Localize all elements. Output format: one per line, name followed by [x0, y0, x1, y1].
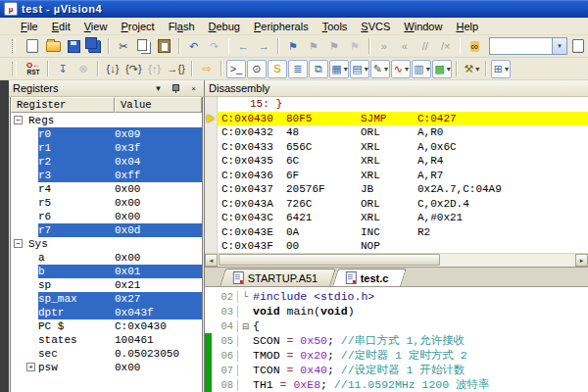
- panel-menu-button[interactable]: ▼: [151, 81, 166, 95]
- serial-windows-button[interactable]: ✎▾: [370, 60, 390, 78]
- unindent-button[interactable]: «: [395, 36, 415, 56]
- disassembly-line[interactable]: C:0x043248ORLA,R0: [205, 125, 588, 140]
- memory-windows-button[interactable]: ▤▾: [350, 60, 369, 78]
- collapse-toggle-icon[interactable]: −: [14, 116, 23, 124]
- menu-svcs[interactable]: SVCS: [354, 20, 397, 33]
- comment-button[interactable]: //: [416, 36, 435, 56]
- menu-edit[interactable]: Edit: [45, 20, 77, 33]
- prev-bookmark-button[interactable]: ⚑: [304, 36, 323, 56]
- title-bar[interactable]: µ test - µVision4: [0, 0, 588, 18]
- dropdown-arrow-icon[interactable]: ▾: [384, 65, 388, 74]
- line-number[interactable]: 05: [214, 335, 238, 347]
- dropdown-arrow-icon[interactable]: ▾: [475, 65, 479, 74]
- command-window-button[interactable]: >_: [226, 60, 246, 78]
- column-header-register[interactable]: Register: [11, 97, 115, 113]
- menu-debug[interactable]: Debug: [202, 20, 247, 33]
- run-to-line-button[interactable]: →{}: [166, 59, 187, 78]
- code-line[interactable]: 02└#include <stdio.h>: [205, 289, 588, 304]
- register-row-sp_max[interactable]: sp_max0x27: [11, 292, 202, 306]
- find-in-files-button[interactable]: ∞: [465, 36, 484, 56]
- run-button[interactable]: ↧: [53, 59, 73, 78]
- register-row-states[interactable]: states100461: [11, 333, 202, 347]
- analysis-windows-button[interactable]: ∿▾: [391, 60, 411, 78]
- code-line[interactable]: 08TH1 = 0xE8; //11.0592MHz 1200 波特率: [205, 377, 588, 392]
- register-row-b[interactable]: b0x01: [11, 265, 202, 278]
- cut-button[interactable]: ✂: [114, 36, 133, 56]
- window-layout-button[interactable]: ⊞▾: [491, 60, 511, 78]
- indent-button[interactable]: »: [374, 36, 394, 56]
- menu-peripherals[interactable]: Peripherals: [247, 20, 316, 33]
- system-viewer-button[interactable]: ⧉: [309, 60, 328, 78]
- tab-startup.a51[interactable]: STARTUP.A51: [220, 269, 335, 286]
- show-next-statement-button[interactable]: ⇨: [197, 59, 217, 78]
- disassembly-line[interactable]: C:0x043080F5SJMPC:0427: [205, 112, 588, 126]
- scroll-thumb[interactable]: [219, 254, 440, 266]
- register-row-dptr[interactable]: dptr0x043f: [11, 306, 202, 319]
- step-over-button[interactable]: {↷}: [123, 59, 144, 78]
- save-button[interactable]: [64, 36, 83, 56]
- code-line[interactable]: 05SCON = 0x50; //串口方式 1,允许接收: [205, 333, 588, 348]
- auto-hide-pin-button[interactable]: [169, 81, 183, 95]
- search-combobox[interactable]: ▾: [489, 37, 567, 55]
- line-number[interactable]: 07: [214, 365, 238, 376]
- dropdown-arrow-icon[interactable]: ▾: [447, 65, 451, 74]
- step-into-button[interactable]: {↓}: [103, 59, 122, 78]
- step-out-button[interactable]: {↑}: [145, 59, 165, 78]
- registers-window-button[interactable]: ≣: [288, 60, 308, 78]
- disassembly-hscrollbar[interactable]: ◂ ▸: [205, 253, 588, 267]
- menu-flash[interactable]: Flash: [162, 20, 202, 33]
- dropdown-arrow-icon[interactable]: ▾: [505, 65, 509, 74]
- trace-windows-button[interactable]: ▥▾: [412, 60, 431, 78]
- column-header-value[interactable]: Value: [115, 97, 202, 113]
- next-bookmark-button[interactable]: ⚑: [324, 36, 344, 56]
- menu-tools[interactable]: Tools: [316, 20, 355, 33]
- scroll-track[interactable]: [218, 254, 575, 267]
- disassembly-line[interactable]: C:0x04366FXRLA,R7: [205, 169, 588, 183]
- fold-marker-icon[interactable]: ⊟: [238, 321, 253, 331]
- line-number[interactable]: 02: [214, 291, 238, 303]
- register-row-r6[interactable]: r60x00: [11, 210, 202, 223]
- undo-button[interactable]: ↶: [184, 36, 204, 56]
- register-row-r7[interactable]: r70x0d: [11, 223, 202, 237]
- line-number[interactable]: 03: [214, 306, 238, 318]
- disassembly-window-button[interactable]: ⊙: [247, 60, 267, 78]
- register-group-regs[interactable]: −Regs: [11, 114, 202, 127]
- disassembly-line[interactable]: C:0x043A726CORLC,0x2D.4: [205, 197, 588, 212]
- halt-button[interactable]: ⊗: [74, 59, 93, 78]
- menu-project[interactable]: Project: [114, 20, 161, 33]
- menu-file[interactable]: File: [14, 20, 45, 33]
- dropdown-arrow-icon[interactable]: ▾: [365, 65, 368, 74]
- system-analyzer-button[interactable]: ▩▾: [432, 60, 452, 78]
- disassembly-line[interactable]: C:0x0433656CXRLA,0x6C: [205, 140, 588, 155]
- register-row-r2[interactable]: r20x04: [11, 155, 202, 169]
- close-panel-button[interactable]: ×: [186, 81, 201, 95]
- line-number[interactable]: 08: [214, 379, 238, 391]
- watch-windows-button[interactable]: ▦▾: [329, 60, 349, 78]
- configure-tools-button[interactable]: ⚒▾: [462, 59, 481, 78]
- open-file-button[interactable]: [43, 36, 63, 56]
- clear-bookmarks-button[interactable]: ⚑: [345, 36, 365, 56]
- toolbar-grip[interactable]: [12, 39, 16, 53]
- save-all-button[interactable]: [84, 36, 104, 56]
- paste-button[interactable]: [155, 36, 174, 56]
- dropdown-arrow-icon[interactable]: ▾: [344, 65, 348, 74]
- register-row-PC[interactable]: PC $C:0x0430: [11, 319, 202, 333]
- menu-help[interactable]: Help: [449, 20, 485, 33]
- navigate-forward-button[interactable]: →: [254, 36, 273, 56]
- expand-toggle-icon[interactable]: +: [26, 363, 35, 371]
- scroll-right-button[interactable]: ▸: [575, 254, 588, 267]
- register-row-r1[interactable]: r10x3f: [11, 141, 202, 155]
- code-line[interactable]: 03void main(void): [205, 304, 588, 318]
- dropdown-arrow-icon[interactable]: ▾: [426, 65, 430, 74]
- register-row-sp[interactable]: sp0x21: [11, 278, 202, 292]
- insert-bookmark-button[interactable]: ⚑: [283, 36, 303, 56]
- disassembly-line[interactable]: C:0x043F00NOP: [205, 239, 588, 253]
- register-group-sys[interactable]: −Sys: [11, 237, 202, 251]
- dropdown-arrow-icon[interactable]: ▾: [405, 65, 409, 74]
- menu-view[interactable]: View: [77, 20, 115, 33]
- copy-button[interactable]: [134, 36, 154, 56]
- symbols-window-button[interactable]: S: [268, 60, 287, 78]
- dropdown-arrow-icon[interactable]: ▾: [552, 38, 566, 54]
- register-row-a[interactable]: a0x00: [11, 251, 202, 265]
- collapse-toggle-icon[interactable]: −: [14, 239, 23, 248]
